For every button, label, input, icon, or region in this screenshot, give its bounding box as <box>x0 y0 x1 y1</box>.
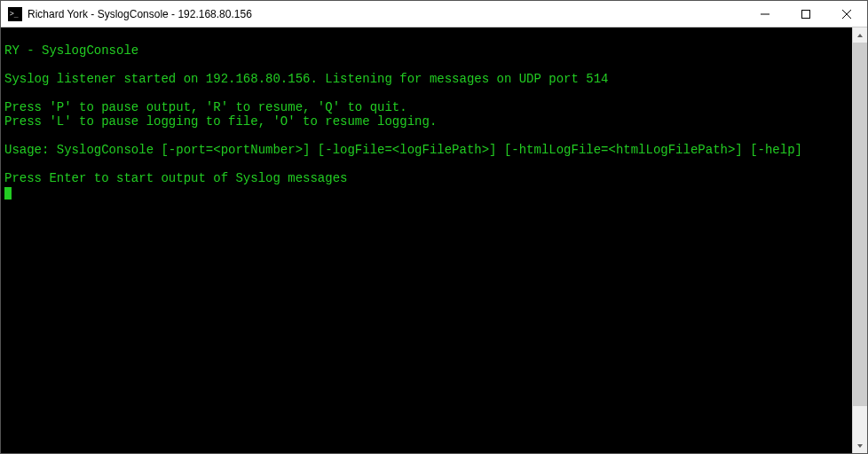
svg-rect-3 <box>802 10 810 18</box>
minimize-button[interactable] <box>745 1 785 27</box>
scroll-thumb[interactable] <box>853 43 867 406</box>
window-title: Richard York - SyslogConsole - 192.168.8… <box>28 8 745 20</box>
console-output[interactable]: RY - SyslogConsole Syslog listener start… <box>1 27 852 453</box>
maximize-button[interactable] <box>785 1 826 27</box>
scroll-up-button[interactable] <box>853 27 867 43</box>
console-area: RY - SyslogConsole Syslog listener start… <box>1 27 867 453</box>
vertical-scrollbar[interactable] <box>852 27 867 453</box>
window-controls <box>745 1 867 27</box>
svg-marker-7 <box>857 444 863 448</box>
titlebar: >_ Richard York - SyslogConsole - 192.16… <box>1 1 867 27</box>
cursor <box>4 187 12 200</box>
close-button[interactable] <box>826 1 867 27</box>
scroll-down-button[interactable] <box>853 438 867 453</box>
svg-marker-6 <box>857 34 863 37</box>
scroll-track[interactable] <box>853 43 867 438</box>
app-icon: >_ <box>8 7 22 21</box>
svg-text:>_: >_ <box>10 10 19 18</box>
